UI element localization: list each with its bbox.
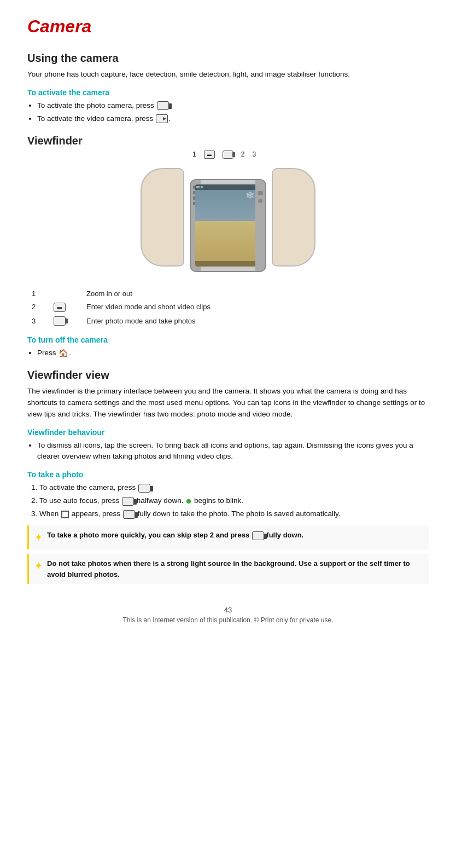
page-number: 43: [27, 606, 429, 614]
page-title: Camera: [27, 16, 429, 37]
diagram-labels: 1 ▬ 2 3: [192, 151, 256, 159]
viewfinder-view-intro: The viewfinder is the primary interface …: [27, 386, 429, 420]
hand-right: [272, 168, 315, 267]
tip-text-1: To take a photo more quickly, you can sk…: [47, 530, 303, 541]
footer-text: This is an Internet version of this publ…: [27, 616, 429, 624]
step-2: To use auto focus, press halfway down. b…: [39, 495, 429, 507]
list-item: To activate the photo camera, press .: [37, 100, 429, 112]
camera-icon-tip1: [252, 531, 264, 540]
label-3: 3: [252, 151, 256, 158]
label-2-icon: ▬: [204, 151, 215, 159]
legend-icon-2: ▬: [49, 300, 82, 314]
tip-box-1: ✦ To take a photo more quickly, you can …: [27, 525, 429, 549]
legend-row-3: 3 Enter photo mode and take photos: [27, 314, 429, 328]
hand-left: [141, 168, 184, 267]
list-item: To dismiss all icons, tap the screen. To…: [37, 440, 429, 463]
camera-icon-step3: [123, 510, 135, 519]
activate-camera-heading: To activate the camera: [27, 88, 429, 97]
tip-text-2: Do not take photos when there is a stron…: [47, 558, 423, 580]
tip-icon-2: ✦: [34, 559, 43, 574]
phone-body: ❄: [190, 179, 266, 272]
back-icon: 🏠: [59, 348, 68, 358]
using-camera-heading: Using the camera: [27, 52, 429, 65]
legend-row-1: 1 Zoom in or out: [27, 287, 429, 300]
label-1: 1: [192, 151, 196, 158]
viewfinder-heading: Viewfinder: [27, 135, 429, 147]
list-item: Press 🏠.: [37, 348, 429, 359]
legend-row-2: 2 ▬ Enter video mode and shoot video cli…: [27, 300, 429, 314]
legend-icon-1: [49, 287, 82, 300]
turn-off-list: Press 🏠.: [37, 348, 429, 359]
legend-desc-3: Enter photo mode and take photos: [82, 314, 429, 328]
tip-box-2: ✦ Do not take photos when there is a str…: [27, 554, 429, 584]
viewfinder-view-heading: Viewfinder view: [27, 369, 429, 381]
legend-icon-3: [49, 314, 82, 328]
legend-desc-2: Enter video mode and shoot video clips: [82, 300, 429, 314]
tip-icon-1: ✦: [34, 530, 43, 545]
viewfinder-legend-table: 1 Zoom in or out 2 ▬ Enter video mode an…: [27, 287, 429, 328]
video-icon: [156, 114, 168, 123]
legend-camera-icon: [54, 316, 66, 326]
viewfinder-behaviour-list: To dismiss all icons, tap the screen. To…: [37, 440, 429, 463]
take-photo-steps: To activate the camera, press . To use a…: [39, 482, 429, 520]
take-photo-heading: To take a photo: [27, 470, 429, 479]
phone-right-panel: [255, 180, 265, 271]
label-3-icon: [223, 151, 233, 159]
camera-icon-step2: [122, 497, 134, 506]
turn-off-heading: To turn off the camera: [27, 335, 429, 344]
legend-num-1: 1: [27, 287, 49, 300]
viewfinder-diagram-area: 1 ▬ 2 3: [27, 157, 429, 282]
using-camera-intro: Your phone has touch capture, face detec…: [27, 69, 429, 80]
activate-camera-list: To activate the photo camera, press . To…: [37, 100, 429, 125]
label-2: 2: [241, 151, 245, 158]
page-footer: 43 This is an Internet version of this p…: [27, 606, 429, 624]
phone-wrapper: 1 ▬ 2 3: [187, 163, 269, 272]
blink-dot: [186, 499, 191, 504]
legend-desc-1: Zoom in or out: [82, 287, 429, 300]
camera-icon: [157, 101, 169, 110]
viewfinder-diagram: 1 ▬ 2 3: [130, 157, 326, 277]
bracket-icon: [61, 511, 69, 518]
step-1: To activate the camera, press .: [39, 482, 429, 494]
legend-video-icon: ▬: [54, 303, 66, 312]
legend-num-2: 2: [27, 300, 49, 314]
camera-icon-step1: [138, 484, 150, 493]
legend-num-3: 3: [27, 314, 49, 328]
viewfinder-behaviour-heading: Viewfinder behaviour: [27, 428, 429, 437]
phone-screen: ❄: [195, 184, 261, 267]
list-item: To activate the video camera, press .: [37, 113, 429, 125]
step-3: When appears, press fully down to take t…: [39, 508, 429, 520]
